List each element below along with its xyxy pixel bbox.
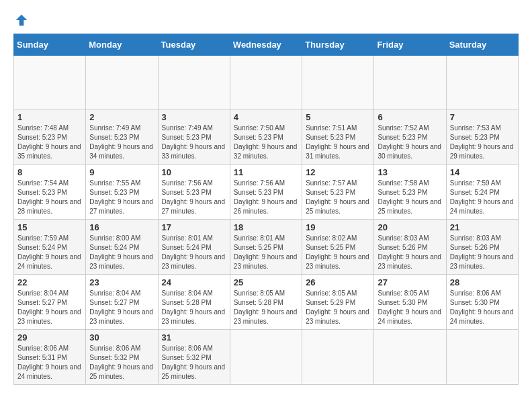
day-number: 11 — [234, 167, 298, 177]
day-number: 30 — [89, 332, 154, 342]
calendar-day-cell: 23Sunrise: 8:04 AMSunset: 5:27 PMDayligh… — [86, 275, 158, 330]
calendar-day-cell — [374, 56, 446, 109]
day-number: 26 — [306, 277, 370, 287]
day-number: 19 — [306, 222, 370, 232]
calendar-day-cell: 24Sunrise: 8:04 AMSunset: 5:28 PMDayligh… — [158, 275, 230, 330]
day-number: 28 — [450, 277, 515, 287]
day-of-week-header: Friday — [374, 34, 446, 56]
calendar-day-cell: 18Sunrise: 8:01 AMSunset: 5:25 PMDayligh… — [230, 220, 302, 275]
calendar-day-cell: 7Sunrise: 7:53 AMSunset: 5:23 PMDaylight… — [446, 109, 518, 165]
day-info: Sunrise: 7:56 AMSunset: 5:23 PMDaylight:… — [234, 179, 298, 216]
calendar-day-cell — [14, 56, 86, 109]
day-number: 31 — [162, 332, 226, 342]
day-info: Sunrise: 7:52 AMSunset: 5:23 PMDaylight:… — [378, 124, 442, 161]
day-of-week-header: Saturday — [446, 34, 518, 56]
day-info: Sunrise: 8:01 AMSunset: 5:25 PMDaylight:… — [234, 234, 298, 271]
calendar-day-cell: 25Sunrise: 8:05 AMSunset: 5:28 PMDayligh… — [230, 275, 302, 330]
day-number: 22 — [17, 277, 82, 287]
day-info: Sunrise: 7:57 AMSunset: 5:23 PMDaylight:… — [306, 179, 370, 216]
calendar-week-row: 8Sunrise: 7:54 AMSunset: 5:23 PMDaylight… — [14, 165, 519, 220]
day-info: Sunrise: 8:06 AMSunset: 5:31 PMDaylight:… — [17, 344, 82, 381]
day-info: Sunrise: 8:05 AMSunset: 5:30 PMDaylight:… — [378, 289, 442, 326]
day-info: Sunrise: 7:50 AMSunset: 5:23 PMDaylight:… — [234, 124, 298, 161]
day-of-week-header: Thursday — [302, 34, 374, 56]
calendar-day-cell: 5Sunrise: 7:51 AMSunset: 5:23 PMDaylight… — [302, 109, 374, 165]
day-info: Sunrise: 8:05 AMSunset: 5:29 PMDaylight:… — [306, 289, 370, 326]
day-info: Sunrise: 7:53 AMSunset: 5:23 PMDaylight:… — [450, 124, 515, 161]
logo-icon — [15, 13, 28, 27]
day-info: Sunrise: 8:06 AMSunset: 5:32 PMDaylight:… — [89, 344, 154, 381]
day-number: 18 — [234, 222, 298, 232]
logo — [13, 13, 28, 27]
day-info: Sunrise: 8:06 AMSunset: 5:32 PMDaylight:… — [162, 344, 226, 381]
calendar-week-row: 29Sunrise: 8:06 AMSunset: 5:31 PMDayligh… — [14, 330, 519, 385]
day-number: 21 — [450, 222, 515, 232]
day-number: 15 — [17, 222, 82, 232]
day-number: 25 — [234, 277, 298, 287]
calendar-day-cell: 27Sunrise: 8:05 AMSunset: 5:30 PMDayligh… — [374, 275, 446, 330]
calendar-week-row: 15Sunrise: 7:59 AMSunset: 5:24 PMDayligh… — [14, 220, 519, 275]
day-of-week-header: Wednesday — [230, 34, 302, 56]
day-number: 24 — [162, 277, 226, 287]
day-number: 16 — [89, 222, 154, 232]
day-info: Sunrise: 7:49 AMSunset: 5:23 PMDaylight:… — [89, 124, 154, 161]
calendar-day-cell: 8Sunrise: 7:54 AMSunset: 5:23 PMDaylight… — [14, 165, 86, 220]
calendar-day-cell — [158, 56, 230, 109]
day-number: 14 — [450, 167, 515, 177]
calendar-day-cell — [230, 56, 302, 109]
day-info: Sunrise: 8:05 AMSunset: 5:28 PMDaylight:… — [234, 289, 298, 326]
calendar-day-cell: 3Sunrise: 7:49 AMSunset: 5:23 PMDaylight… — [158, 109, 230, 165]
calendar-day-cell — [302, 330, 374, 385]
calendar-day-cell: 11Sunrise: 7:56 AMSunset: 5:23 PMDayligh… — [230, 165, 302, 220]
day-info: Sunrise: 8:04 AMSunset: 5:28 PMDaylight:… — [162, 289, 226, 326]
page-header — [13, 13, 519, 27]
day-info: Sunrise: 7:58 AMSunset: 5:23 PMDaylight:… — [378, 179, 442, 216]
calendar-week-row: 1Sunrise: 7:48 AMSunset: 5:23 PMDaylight… — [14, 109, 519, 165]
day-number: 7 — [450, 112, 515, 122]
day-number: 23 — [89, 277, 154, 287]
day-of-week-header: Tuesday — [158, 34, 230, 56]
calendar-day-cell: 21Sunrise: 8:03 AMSunset: 5:26 PMDayligh… — [446, 220, 518, 275]
calendar-table: SundayMondayTuesdayWednesdayThursdayFrid… — [13, 34, 519, 385]
day-info: Sunrise: 8:06 AMSunset: 5:30 PMDaylight:… — [450, 289, 515, 326]
calendar-day-cell: 17Sunrise: 8:01 AMSunset: 5:24 PMDayligh… — [158, 220, 230, 275]
calendar-day-cell — [374, 330, 446, 385]
calendar-day-cell: 26Sunrise: 8:05 AMSunset: 5:29 PMDayligh… — [302, 275, 374, 330]
calendar-day-cell: 12Sunrise: 7:57 AMSunset: 5:23 PMDayligh… — [302, 165, 374, 220]
day-info: Sunrise: 8:00 AMSunset: 5:24 PMDaylight:… — [89, 234, 154, 271]
svg-marker-0 — [16, 15, 28, 26]
day-info: Sunrise: 8:02 AMSunset: 5:25 PMDaylight:… — [306, 234, 370, 271]
day-info: Sunrise: 8:04 AMSunset: 5:27 PMDaylight:… — [89, 289, 154, 326]
day-info: Sunrise: 7:49 AMSunset: 5:23 PMDaylight:… — [162, 124, 226, 161]
calendar-day-cell: 1Sunrise: 7:48 AMSunset: 5:23 PMDaylight… — [14, 109, 86, 165]
calendar-day-cell: 9Sunrise: 7:55 AMSunset: 5:23 PMDaylight… — [86, 165, 158, 220]
calendar-day-cell: 14Sunrise: 7:59 AMSunset: 5:24 PMDayligh… — [446, 165, 518, 220]
calendar-day-cell: 19Sunrise: 8:02 AMSunset: 5:25 PMDayligh… — [302, 220, 374, 275]
day-number: 1 — [17, 112, 82, 122]
day-info: Sunrise: 8:03 AMSunset: 5:26 PMDaylight:… — [450, 234, 515, 271]
day-number: 17 — [162, 222, 226, 232]
day-info: Sunrise: 7:59 AMSunset: 5:24 PMDaylight:… — [450, 179, 515, 216]
day-info: Sunrise: 7:51 AMSunset: 5:23 PMDaylight:… — [306, 124, 370, 161]
day-number: 20 — [378, 222, 442, 232]
day-info: Sunrise: 7:55 AMSunset: 5:23 PMDaylight:… — [89, 179, 154, 216]
calendar-week-row — [14, 56, 519, 109]
calendar-day-cell: 31Sunrise: 8:06 AMSunset: 5:32 PMDayligh… — [158, 330, 230, 385]
calendar-day-cell: 22Sunrise: 8:04 AMSunset: 5:27 PMDayligh… — [14, 275, 86, 330]
calendar-day-cell: 28Sunrise: 8:06 AMSunset: 5:30 PMDayligh… — [446, 275, 518, 330]
calendar-day-cell — [446, 330, 518, 385]
calendar-day-cell — [230, 330, 302, 385]
calendar-week-row: 22Sunrise: 8:04 AMSunset: 5:27 PMDayligh… — [14, 275, 519, 330]
day-number: 5 — [306, 112, 370, 122]
day-info: Sunrise: 7:48 AMSunset: 5:23 PMDaylight:… — [17, 124, 82, 161]
day-info: Sunrise: 7:59 AMSunset: 5:24 PMDaylight:… — [17, 234, 82, 271]
calendar-day-cell: 16Sunrise: 8:00 AMSunset: 5:24 PMDayligh… — [86, 220, 158, 275]
day-number: 8 — [17, 167, 82, 177]
day-of-week-header: Monday — [86, 34, 158, 56]
day-number: 10 — [162, 167, 226, 177]
calendar-day-cell: 10Sunrise: 7:56 AMSunset: 5:23 PMDayligh… — [158, 165, 230, 220]
calendar-header-row: SundayMondayTuesdayWednesdayThursdayFrid… — [14, 34, 519, 56]
day-of-week-header: Sunday — [14, 34, 86, 56]
day-number: 6 — [378, 112, 442, 122]
day-info: Sunrise: 8:01 AMSunset: 5:24 PMDaylight:… — [162, 234, 226, 271]
